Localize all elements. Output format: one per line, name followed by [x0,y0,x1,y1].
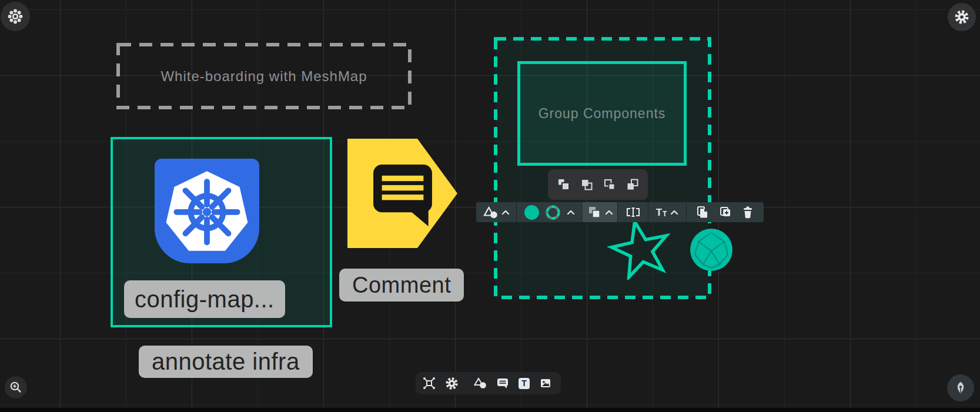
bring-forward-icon[interactable] [580,178,593,191]
chevron-up-icon[interactable] [567,210,575,215]
fill-color-swatch[interactable] [524,205,539,220]
style-toolbar: T T [476,202,764,222]
meshery-gear-icon[interactable] [445,377,459,390]
kubernetes-helm-icon [155,159,259,263]
kubernetes-icon[interactable] [155,159,259,263]
settings-gear-icon [954,9,969,25]
font-size-section[interactable]: T T [648,202,686,222]
zoom-button[interactable] [5,376,27,398]
comment-label[interactable]: Comment [339,269,464,302]
mesh-components-icon[interactable] [423,377,436,390]
send-backward-icon[interactable] [603,178,616,191]
resize-width-icon [625,206,641,219]
actions-section [686,202,764,222]
star-shape[interactable] [606,219,676,280]
mesh-ball-shape[interactable] [690,228,733,272]
zoom-magnifier-icon [9,381,22,394]
settings-button[interactable] [948,3,976,31]
fill-stroke-section [516,202,582,222]
delete-trash-icon[interactable] [741,205,755,219]
pen-button[interactable] [947,374,974,401]
stroke-style-swatch[interactable] [545,205,561,220]
group-components-node[interactable]: Group Components [517,61,687,166]
bottom-edge-strip [0,408,980,412]
copy-icon[interactable] [695,205,710,219]
chevron-up-icon [501,210,510,215]
meshery-menu-button[interactable] [1,2,30,31]
font-size-icon: T T [656,207,667,217]
shapes-style-icon [483,206,498,219]
meshery-logo-icon [8,9,23,24]
comment-shape[interactable] [347,139,458,248]
resize-width-section[interactable] [617,202,648,222]
group-components-label: Group Components [539,106,666,122]
tools-dock: T [416,372,561,394]
send-to-back-icon[interactable] [626,178,639,191]
layer-position-section[interactable] [582,202,617,222]
chevron-up-icon [605,210,613,215]
copy-add-icon[interactable] [718,205,733,219]
whiteboard-note-label: White-boarding with MeshMap [116,43,412,109]
layer-order-toolbar [548,169,648,200]
kubernetes-node-label[interactable]: config-map... [124,280,285,318]
shapes-style-section[interactable] [476,202,516,222]
meshmap-canvas[interactable]: White-boarding with MeshMap Group Compon… [0,0,980,412]
pen-tool-icon [953,380,968,396]
annotation-label[interactable]: annotate infra [139,346,313,378]
bring-to-front-icon[interactable] [557,178,570,191]
text-tool-icon[interactable]: T [519,378,530,389]
comment-tool-icon[interactable] [496,377,509,390]
shapes-tool-icon[interactable] [474,377,487,389]
layer-position-icon [587,205,601,219]
media-tool-icon[interactable] [539,377,552,390]
kubernetes-node[interactable]: config-map... [111,137,332,327]
chevron-up-icon [670,210,678,215]
